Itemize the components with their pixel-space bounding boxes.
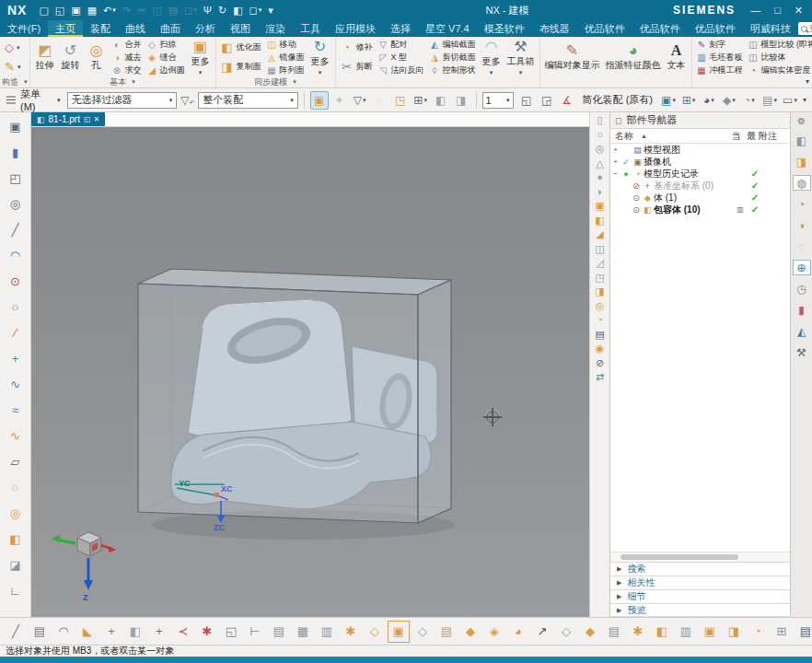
sync-circle-icon[interactable]: ◌ [371,91,389,110]
window-edit-icon[interactable]: ◱ [517,91,536,110]
constraint-navigator-icon[interactable]: ◨ [793,154,811,169]
model-canvas[interactable]: YC XC ZC Z [31,127,589,617]
menu-button[interactable]: 菜单(M) ▾ [4,86,64,114]
layer-settings-icon[interactable]: ▤▾ [760,91,779,110]
arc-icon[interactable]: ◠ [5,245,27,265]
spline-icon[interactable]: ∿ [5,374,27,394]
die-engineering-button[interactable]: ▦ 冲模工程 [695,64,745,76]
window-icon[interactable]: ▭▾ [781,91,799,110]
layer-check-icon[interactable]: ▦ [292,621,314,643]
tab-mingwei[interactable]: 明威科技 [743,20,798,37]
curve-icon[interactable]: ≈ [5,400,27,420]
more-surface-button[interactable]: ◠ 更多 ▾ [480,38,504,76]
save-icon[interactable]: ▣ [68,5,83,17]
navigator-horizontal-scrollbar[interactable] [610,552,790,562]
tree-node-label[interactable]: 模型视图 [644,144,733,157]
tube-icon[interactable]: ◎ [596,301,605,311]
half-section-icon[interactable]: ◗ [597,187,603,197]
toolbox-button[interactable]: ⚒ 工具箱 ▾ [505,38,537,76]
primitive-cylinder-icon[interactable]: ◎ [5,193,27,214]
hd3d-tools-icon[interactable]: ◑ [793,217,811,233]
cube-target-icon[interactable]: ◳ [391,91,410,110]
visibility-icon[interactable]: ✓ [621,157,632,167]
revolve-button[interactable]: ↺ 旋转 [59,38,83,76]
part-navigator-icon[interactable]: ◍ [793,175,811,191]
layer-copy2-icon[interactable]: ▤ [603,621,625,643]
visibility-icon[interactable]: ⊘ [631,181,642,191]
ribbon-overflow-caret[interactable]: ▾ [806,77,809,86]
section-dependencies[interactable]: ▶ 相关性 [610,576,790,589]
tree-row[interactable]: ⊙ ◆ 体 (1) ✓ [610,192,790,204]
ruled-icon[interactable]: ▯ [597,115,602,125]
paste-icon[interactable]: ▤ [166,5,180,17]
edge-blend-button[interactable]: ◢ 边倒圆 [145,64,187,76]
tree-row[interactable]: ⊘ + 基准坐标系 (0) ✓ [610,180,790,192]
cube-view-icon[interactable]: ◇ [555,621,577,643]
tree-node-label[interactable]: 摄像机 [644,156,733,169]
block2-icon[interactable]: ◧ [651,621,673,643]
edit-section-button[interactable]: ◭ 编辑截面 [428,38,478,51]
sketch-button[interactable]: ◇ ▾ [3,38,22,57]
hide-body-icon[interactable]: ◫ [595,244,604,254]
part-tab[interactable]: ◧ 81-1.prt ◱✕ [31,112,105,126]
visibility-icon[interactable]: ⊙ [631,205,642,215]
subtract-button[interactable]: ◑ 减去 [110,51,144,64]
cone-view-icon[interactable]: ◆ [579,621,601,643]
ribbon-group-label[interactable] [694,76,812,87]
tab-analysis[interactable]: 分析 [188,20,223,37]
new-file-icon[interactable]: ▢ [36,5,51,17]
shaded-view-icon[interactable]: ◕▾ [700,91,718,110]
shell-icon[interactable]: ◳ [595,273,604,283]
ribbon-group-label[interactable] [338,76,538,87]
segment-icon[interactable]: ∕ [5,322,27,343]
tab-mosheng[interactable]: 模圣软件 [477,20,532,37]
tab-routing[interactable]: 布线器 [532,20,577,37]
reuse2-icon[interactable]: ◔ [747,621,769,643]
ellipse-boss-icon[interactable]: ○ [5,477,27,497]
boxed-square-icon[interactable]: ▣ [388,621,410,643]
block-icon[interactable]: ◧ [5,529,27,549]
close-tab-icon[interactable]: ✕ [94,115,100,123]
more-sync-button[interactable]: ↻ 更多 ▾ [308,38,332,76]
ribbon-group-label[interactable]: 基本 ▾ [32,76,214,87]
tab-tools[interactable]: 工具 [293,20,328,37]
mate-button[interactable]: ▽ 配对 [377,38,426,51]
system-materials-icon[interactable]: ▮ [793,302,811,318]
column-note[interactable]: 附注 [759,130,790,143]
selection-filter-select[interactable]: 无选择过滤器 ▾ [67,92,178,109]
edit-object-display-button[interactable]: ✎ 编辑对象显示 [543,38,602,76]
cube-a-icon[interactable]: ◧ [432,91,450,110]
dimension-icon[interactable]: ▤ [29,621,51,643]
selection-scope-select[interactable]: 整个装配 ▾ [198,92,297,109]
sheet-flip-icon[interactable]: ◱ [220,621,242,643]
pattern2-icon[interactable]: ✱ [627,621,649,643]
tab-assemblies[interactable]: 装配 [83,20,118,37]
emboss-icon[interactable]: ◨ [595,286,604,297]
reuse-library-icon[interactable]: ◔ [793,196,811,212]
sew-button[interactable]: ◈ 缝合 [145,51,187,64]
profile-icon[interactable]: ∟ [5,580,27,600]
show-hide-icon[interactable]: ⊘ [596,358,604,368]
tab-surface[interactable]: 曲面 [153,20,188,37]
control-shape-button[interactable]: ◊ 控制形状 [428,64,478,76]
iso-view-icon[interactable]: ◆▾ [720,91,738,110]
stack-orange-icon[interactable]: ▤ [435,621,458,643]
cube-icon[interactable]: ◪ [5,554,27,575]
fill-icon[interactable]: ◔ [597,315,603,325]
window-icon[interactable]: ◻▾ [247,5,265,17]
tab-selection[interactable]: 选择 [383,20,418,37]
ribbon-group-label[interactable] [542,76,690,87]
navigator-column-headers[interactable]: 名称 ▲ 当 最 附注 [610,129,790,144]
swap-visibility-icon[interactable]: ⇄ [596,372,604,382]
save-as-icon[interactable]: ▦ [85,5,99,17]
axis-icon[interactable]: ✱ [196,621,218,643]
expand-toggle-icon[interactable]: + [610,145,621,154]
unite-button[interactable]: ◐ 合并 [110,38,144,51]
extract-body-icon[interactable]: ◧ [124,621,146,643]
cylinder-boss-icon[interactable]: ◎ [5,503,27,523]
assign-feature-color-button[interactable]: ◕ 指派特征颜色 [604,38,663,76]
simplified-assembly-button[interactable]: 简化装配 (原有) [580,93,655,107]
tree-node-label[interactable]: 包容体 (10) [654,204,733,216]
column-current[interactable]: 当 [729,130,744,143]
save-layout-icon[interactable]: ▤ [795,621,812,643]
